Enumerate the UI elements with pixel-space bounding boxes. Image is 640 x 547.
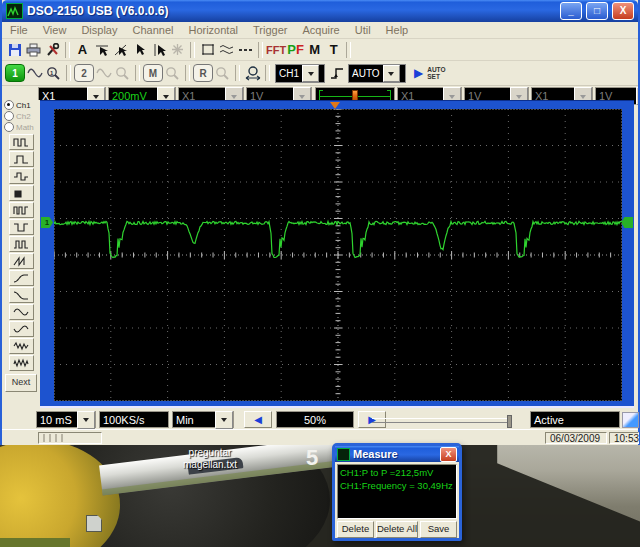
cursor-diagonal-icon[interactable]	[111, 41, 130, 58]
trigger-marker-icon[interactable]	[330, 102, 340, 109]
wave-shape-button-up-down[interactable]	[9, 168, 34, 184]
chevron-down-icon[interactable]	[77, 411, 95, 429]
toolbar-separator	[135, 65, 140, 81]
menu-help[interactable]: Help	[386, 24, 409, 36]
minimize-button[interactable]: _	[560, 2, 582, 20]
pass-fail-icon[interactable]: PF	[286, 41, 305, 58]
wave-shape-button-square-train[interactable]	[9, 236, 34, 252]
radio-dot	[4, 100, 14, 110]
zoom-ch1-icon[interactable]: 1	[44, 65, 63, 82]
toolbar-separator	[258, 42, 263, 58]
wave-shape-button-pulse-down[interactable]	[9, 219, 34, 235]
save-icon[interactable]	[5, 41, 24, 58]
screen: DSO-2150 USB (V6.0.0.6) _ □ X File View …	[0, 0, 640, 547]
wave-shape-button-sawtooth[interactable]	[9, 253, 34, 269]
trigger-source-dropdown[interactable]: CH1	[275, 64, 325, 83]
position-value: 50%	[277, 414, 353, 426]
desktop-icon-label-2[interactable]: magellan.txt	[140, 459, 280, 471]
acquisition-dropdown[interactable]: Min	[172, 411, 234, 428]
wave-shape-button-pulse-filled[interactable]	[9, 185, 34, 201]
chevron-down-icon[interactable]	[215, 411, 233, 429]
radio-math[interactable]: Math	[2, 122, 40, 133]
toolbar-separator	[65, 42, 70, 58]
menu-channel[interactable]: Channel	[132, 24, 173, 36]
waveform-compare-icon[interactable]	[217, 41, 236, 58]
delete-button[interactable]: Delete	[337, 521, 374, 538]
menu-display[interactable]: Display	[81, 24, 117, 36]
wave-preview2-icon[interactable]	[94, 65, 113, 82]
menu-acquire[interactable]: Acquire	[302, 24, 339, 36]
maximize-button[interactable]: □	[586, 2, 608, 20]
desktop-icon-label-1[interactable]: preguntar	[140, 447, 280, 459]
wave-shape-button-square-double[interactable]	[9, 134, 34, 150]
zoom-math-icon[interactable]	[163, 65, 182, 82]
svg-text:1: 1	[50, 70, 54, 76]
zoom-ch2-icon[interactable]	[113, 65, 132, 82]
trigger-mode-dropdown[interactable]: AUTO	[348, 64, 406, 83]
chevron-down-icon[interactable]	[302, 65, 319, 82]
cursor-vertical-icon[interactable]	[149, 41, 168, 58]
display-mode-icon[interactable]	[622, 412, 639, 428]
wave-shape-button-exp-rise[interactable]	[9, 270, 34, 286]
run-icon[interactable]: ▶	[414, 66, 423, 80]
ref-channel-button[interactable]: R	[193, 64, 213, 82]
photo-number-marking: 5	[306, 445, 318, 471]
autoset-button[interactable]: AUTO SET	[427, 66, 445, 80]
timebase-dropdown[interactable]: 10 mS	[36, 411, 96, 428]
title-bar[interactable]: DSO-2150 USB (V6.0.0.6) _ □ X	[2, 0, 638, 22]
wave-preview-icon[interactable]	[25, 65, 44, 82]
wave-shape-button-sine[interactable]	[9, 304, 34, 320]
pan-left-button[interactable]: ◀	[244, 411, 272, 428]
math-icon[interactable]: M	[305, 41, 324, 58]
menu-util[interactable]: Util	[355, 24, 371, 36]
cross-cursor-icon[interactable]	[168, 41, 187, 58]
zoom-ref-icon[interactable]	[213, 65, 232, 82]
menu-file[interactable]: File	[10, 24, 28, 36]
trigger-t-icon[interactable]: T	[324, 41, 343, 58]
pan-zoom-icon[interactable]	[243, 65, 262, 82]
wave-shape-button-pulse[interactable]	[9, 151, 34, 167]
menu-horizontal[interactable]: Horizontal	[188, 24, 238, 36]
setup-tools-icon[interactable]	[43, 41, 62, 58]
ch1-level-marker-left[interactable]: 1	[41, 217, 53, 228]
channel2-button[interactable]: 2	[74, 64, 94, 82]
save-measure-button[interactable]: Save	[420, 521, 457, 538]
desktop-icon-labels[interactable]: preguntar magellan.txt	[140, 447, 280, 470]
buffer-indicator	[38, 432, 102, 444]
trigger-edge-icon[interactable]	[327, 65, 346, 82]
text-tool-icon[interactable]: A	[73, 41, 92, 58]
status-time: 10:53	[609, 432, 639, 444]
print-icon[interactable]	[24, 41, 43, 58]
toolbar-separator	[346, 42, 351, 58]
measure-buttons-row: Delete Delete All Save	[335, 521, 459, 538]
cursor-horizontal-icon[interactable]	[92, 41, 111, 58]
close-button[interactable]: X	[612, 2, 634, 20]
measure-close-button[interactable]: X	[440, 447, 457, 462]
next-button[interactable]: Next	[5, 374, 37, 392]
channel1-button[interactable]: 1	[5, 64, 25, 82]
fft-icon[interactable]: FFT	[266, 41, 286, 58]
math-channel-button[interactable]: M	[143, 64, 163, 82]
chevron-down-icon[interactable]	[383, 65, 400, 82]
dashed-line-icon[interactable]	[236, 41, 255, 58]
radio-ch2[interactable]: Ch2	[2, 111, 40, 122]
delete-all-button[interactable]: Delete All	[376, 521, 418, 538]
wave-shape-button-sine-inverted[interactable]	[9, 321, 34, 337]
menu-trigger[interactable]: Trigger	[253, 24, 287, 36]
wave-shape-button-noise[interactable]	[9, 338, 34, 354]
position-slider-thumb[interactable]	[507, 415, 512, 428]
wave-shape-button-noise-sine[interactable]	[9, 355, 34, 371]
toolbar-separator	[185, 65, 190, 81]
desktop-file-icon[interactable]	[86, 515, 102, 532]
radio-ch1[interactable]: Ch1	[2, 100, 40, 111]
menu-view[interactable]: View	[43, 24, 67, 36]
scope-display[interactable]	[54, 109, 622, 401]
frame-grid-icon[interactable]	[198, 41, 217, 58]
ch1-level-marker-right[interactable]	[621, 217, 633, 228]
wave-shape-button-exp-fall[interactable]	[9, 287, 34, 303]
measure-title-bar[interactable]: Measure X	[335, 446, 459, 462]
wave-shape-button-square-triple[interactable]	[9, 202, 34, 218]
cursor-arrow-icon[interactable]	[130, 41, 149, 58]
photo-grass	[0, 538, 70, 547]
position-slider[interactable]	[372, 418, 512, 423]
